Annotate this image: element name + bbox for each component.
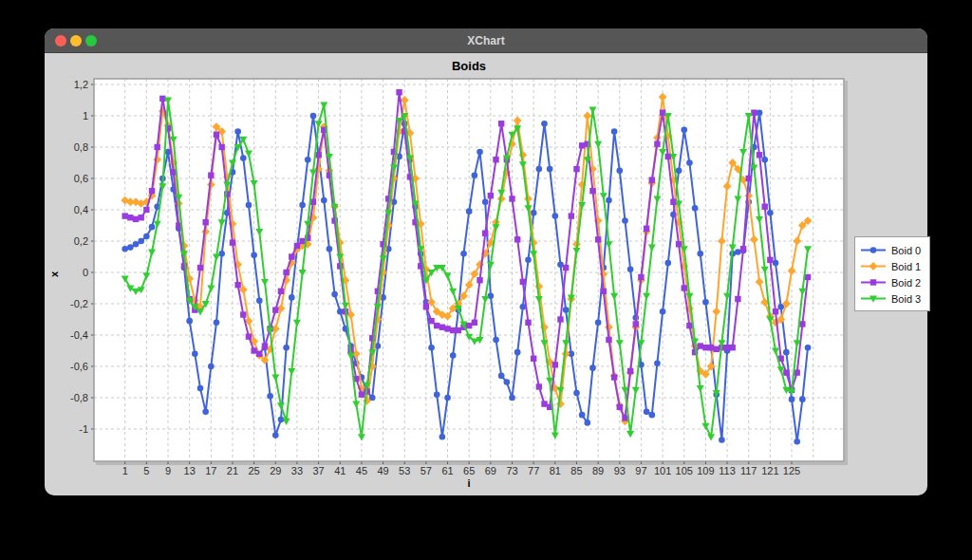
svg-text:-0,2: -0,2 <box>70 298 88 309</box>
legend-item-boid-3: Boid 3 <box>861 290 929 307</box>
legend-label: Boid 0 <box>891 245 921 256</box>
svg-text:49: 49 <box>377 465 388 476</box>
svg-text:0,2: 0,2 <box>74 235 88 247</box>
legend-label: Boid 3 <box>891 293 921 305</box>
svg-text:29: 29 <box>270 465 281 476</box>
svg-text:5: 5 <box>143 465 149 476</box>
svg-text:9: 9 <box>165 465 171 476</box>
svg-text:33: 33 <box>291 465 303 476</box>
svg-text:53: 53 <box>399 465 410 476</box>
svg-text:-1: -1 <box>79 423 88 435</box>
legend-item-boid-1: Boid 1 <box>861 258 929 274</box>
chart-title: Boids <box>94 59 844 73</box>
svg-text:0: 0 <box>83 267 88 278</box>
svg-text:-0,6: -0,6 <box>70 361 88 372</box>
svg-text:113: 113 <box>719 465 736 476</box>
boid-2-marker-icon <box>861 277 886 288</box>
svg-text:105: 105 <box>676 465 693 476</box>
svg-text:65: 65 <box>463 465 475 476</box>
boid-0-marker-icon <box>861 245 886 255</box>
svg-text:0,8: 0,8 <box>74 141 88 153</box>
svg-text:81: 81 <box>550 465 561 476</box>
svg-text:45: 45 <box>356 465 367 476</box>
svg-text:101: 101 <box>654 465 671 476</box>
svg-text:37: 37 <box>312 465 324 476</box>
svg-text:0,6: 0,6 <box>74 173 88 184</box>
svg-text:1: 1 <box>122 465 128 476</box>
svg-text:21: 21 <box>227 465 238 476</box>
svg-text:17: 17 <box>205 465 216 476</box>
svg-text:-0,4: -0,4 <box>70 329 88 341</box>
legend-label: Boid 1 <box>891 261 921 272</box>
title-bar[interactable]: XChart <box>45 28 927 53</box>
chart-panel: 1,210,80,60,40,20-0,2-0,4-0,6-0,8-115913… <box>45 53 927 495</box>
svg-text:93: 93 <box>614 465 626 476</box>
legend: Boid 0 Boid 1 Boid 2 Boid 3 <box>854 236 930 311</box>
svg-text:73: 73 <box>506 465 517 476</box>
window-title: XChart <box>45 28 927 53</box>
boid-1-marker-icon <box>861 261 886 271</box>
svg-text:97: 97 <box>635 465 646 476</box>
svg-text:1: 1 <box>83 110 88 121</box>
svg-text:41: 41 <box>334 465 346 476</box>
plot-area: 1,210,80,60,40,20-0,2-0,4-0,6-0,8-115913… <box>45 53 927 495</box>
boid-3-marker-icon <box>861 293 886 304</box>
svg-text:109: 109 <box>697 465 714 476</box>
xchart-window: XChart 1,210,80,60,40,20-0,2-0,4-0,6-0,8… <box>45 28 927 495</box>
svg-text:57: 57 <box>421 465 432 476</box>
svg-text:69: 69 <box>485 465 496 476</box>
svg-text:121: 121 <box>761 465 778 476</box>
y-axis-title: x <box>48 262 64 277</box>
svg-text:1,2: 1,2 <box>74 79 88 90</box>
legend-label: Boid 2 <box>891 277 921 289</box>
svg-text:13: 13 <box>184 465 196 476</box>
svg-text:117: 117 <box>740 465 757 476</box>
legend-item-boid-2: Boid 2 <box>861 274 929 290</box>
svg-text:89: 89 <box>592 465 604 476</box>
legend-item-boid-0: Boid 0 <box>861 242 929 258</box>
svg-text:0,4: 0,4 <box>74 204 88 215</box>
svg-text:25: 25 <box>249 465 260 476</box>
svg-text:125: 125 <box>783 465 800 476</box>
svg-text:85: 85 <box>570 465 582 476</box>
x-axis-title: i <box>94 477 844 489</box>
svg-text:61: 61 <box>441 465 453 476</box>
svg-text:-0,8: -0,8 <box>70 392 88 403</box>
svg-text:77: 77 <box>528 465 539 476</box>
